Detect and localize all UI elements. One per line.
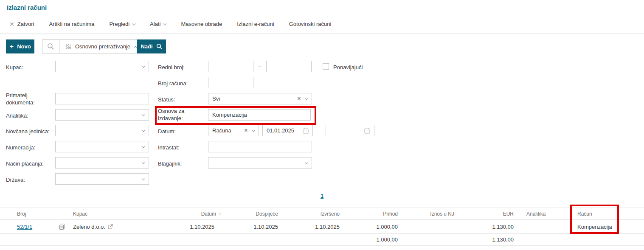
toolbar-item-label: Pregledi bbox=[109, 21, 129, 27]
calendar-icon[interactable] bbox=[364, 128, 370, 134]
blagajnik-select[interactable] bbox=[208, 157, 312, 169]
chevron-down-icon bbox=[142, 177, 145, 180]
cell-datum: 1.10.2025 bbox=[166, 224, 214, 230]
toolbar-item-zatvori[interactable]: ✕ Zatvori bbox=[9, 21, 34, 27]
analitika-label: Analitika: bbox=[6, 112, 28, 119]
redni-broj-label: Redni broj: bbox=[158, 64, 185, 71]
plus-icon: + bbox=[9, 43, 14, 50]
numeracija-select[interactable] bbox=[55, 141, 149, 152]
external-link-icon[interactable] bbox=[108, 224, 113, 229]
page-title: Izlazni računi bbox=[7, 4, 47, 11]
intrastat-label: Intrastat: bbox=[158, 144, 180, 151]
toolbar-item-label: Gotovinski računi bbox=[289, 21, 332, 27]
chevron-down-icon bbox=[305, 160, 308, 164]
calendar-icon[interactable] bbox=[303, 128, 309, 134]
column-header-datum-label: Datum bbox=[201, 211, 216, 217]
table-header-row: Broj Kupac Datum↑ Dospijeće Izvršeno Pri… bbox=[0, 208, 644, 220]
redni-broj-from-input[interactable] bbox=[208, 61, 253, 72]
status-value: Svi bbox=[212, 96, 297, 102]
kupac-select[interactable] bbox=[55, 61, 149, 72]
column-header-eur[interactable]: EUR bbox=[454, 211, 514, 217]
results-table: Broj Kupac Datum↑ Dospijeće Izvršeno Pri… bbox=[0, 208, 644, 246]
find-button[interactable]: Nađi bbox=[137, 39, 166, 53]
primatelj-label: Primatelj dokumenta: bbox=[6, 92, 50, 106]
chevron-down-icon bbox=[142, 144, 145, 148]
chevron-down-icon bbox=[132, 22, 135, 25]
nacin-placanja-label: Način plaćanja: bbox=[6, 160, 44, 167]
datum-from-input[interactable]: 01.01.2025 bbox=[262, 125, 313, 136]
novcana-jedinica-label: Novčana jedinica: bbox=[6, 128, 50, 135]
drzava-select[interactable] bbox=[55, 173, 149, 185]
close-icon: ✕ bbox=[9, 21, 14, 27]
new-button[interactable]: + Novo bbox=[6, 39, 34, 53]
toolbar: ✕ Zatvori Artikli na računima Pregledi A… bbox=[0, 16, 644, 32]
toolbar-item-izlazni-eracuni[interactable]: Izlazni e-računi bbox=[237, 21, 274, 27]
cell-racun: Kompenzacija bbox=[571, 224, 619, 230]
datum-type-value: Računa bbox=[212, 127, 244, 134]
toolbar-item-label: Zatvori bbox=[17, 21, 34, 27]
datum-to-input[interactable] bbox=[326, 125, 374, 136]
search-group: Osnovno pretraživanje bbox=[42, 39, 143, 53]
broj-racuna-label: Broj računa: bbox=[158, 80, 188, 87]
analitika-select[interactable] bbox=[55, 109, 149, 121]
broj-racuna-input[interactable] bbox=[208, 77, 253, 88]
osnova-label: Osnova za izdavanje: bbox=[158, 107, 202, 122]
toolbar-item-alati[interactable]: Alati bbox=[150, 21, 166, 27]
ponavljajuci-checkbox[interactable] bbox=[323, 63, 329, 70]
toolbar-item-gotovinski-racuni[interactable]: Gotovinski računi bbox=[289, 21, 332, 27]
column-header-analitika[interactable]: Analitika bbox=[514, 211, 571, 217]
datum-type-select[interactable]: Računa ✕ bbox=[208, 125, 259, 136]
chevron-down-icon bbox=[142, 64, 145, 67]
column-header-izvrseno[interactable]: Izvršeno bbox=[278, 211, 340, 217]
clear-icon[interactable]: ✕ bbox=[244, 128, 248, 133]
kupac-label: Kupac: bbox=[6, 64, 23, 71]
osnova-input[interactable]: Kompenzacija bbox=[208, 109, 311, 121]
column-header-dospijece[interactable]: Dospijeće bbox=[214, 211, 278, 217]
chevron-down-icon bbox=[142, 160, 145, 164]
toolbar-item-pregledi[interactable]: Pregledi bbox=[109, 21, 135, 27]
chevron-down-icon bbox=[163, 22, 166, 25]
range-separator: – bbox=[258, 63, 261, 70]
find-button-label: Nađi bbox=[141, 43, 152, 50]
ponavljajuci-label: Ponavljajući bbox=[333, 64, 363, 71]
datum-label: Datum: bbox=[158, 128, 176, 135]
toolbar-item-artikli[interactable]: Artikli na računima bbox=[49, 21, 94, 27]
column-header-broj[interactable]: Broj bbox=[0, 211, 59, 217]
cell-izvrseno: 1.10.2025 bbox=[278, 224, 340, 230]
primatelj-input[interactable] bbox=[55, 93, 149, 104]
chevron-down-icon bbox=[252, 128, 255, 132]
drzava-label: Država: bbox=[6, 176, 25, 183]
chevron-down-icon bbox=[305, 96, 308, 100]
total-prihod: 1.000,00 bbox=[340, 236, 398, 243]
status-label: Status: bbox=[158, 96, 175, 103]
novcana-jedinica-select[interactable] bbox=[55, 125, 149, 136]
copy-icon[interactable] bbox=[59, 224, 65, 230]
toolbar-item-label: Izlazni e-računi bbox=[237, 21, 274, 27]
datum-from-value: 01.01.2025 bbox=[267, 127, 303, 134]
toolbar-item-label: Masovne obrade bbox=[181, 21, 222, 27]
new-button-label: Novo bbox=[17, 43, 31, 50]
column-header-racun[interactable]: Račun bbox=[571, 211, 619, 217]
column-header-prihod[interactable]: Prihod bbox=[340, 211, 398, 217]
toolbar-item-label: Alati bbox=[150, 21, 160, 27]
table-row: 52/1/1 Zeleno d.o.o. 1.10.2025 1.10.2025… bbox=[0, 220, 644, 234]
numeracija-label: Numeracija: bbox=[6, 144, 35, 151]
search-mode-toggle[interactable]: Osnovno pretraživanje bbox=[59, 40, 143, 53]
column-header-iznos-u-nj[interactable]: Iznos u NJ bbox=[398, 211, 454, 217]
cell-eur: 1.130,00 bbox=[454, 224, 514, 230]
search-icon-button[interactable] bbox=[42, 40, 59, 53]
redni-broj-to-input[interactable] bbox=[266, 61, 312, 72]
page-link-1[interactable]: 1 bbox=[321, 193, 323, 199]
intrastat-input[interactable] bbox=[208, 141, 312, 152]
clear-icon[interactable]: ✕ bbox=[297, 96, 301, 101]
customer-name: Zeleno d.o.o. bbox=[73, 224, 105, 230]
toolbar-item-label: Artikli na računima bbox=[49, 21, 94, 27]
column-header-datum[interactable]: Datum↑ bbox=[166, 211, 214, 217]
invoice-number-link[interactable]: 52/1/1 bbox=[17, 224, 32, 230]
search-icon bbox=[47, 43, 54, 50]
cell-prihod: 1.000,00 bbox=[340, 224, 398, 230]
toolbar-item-masovne-obrade[interactable]: Masovne obrade bbox=[181, 21, 222, 27]
status-select[interactable]: Svi ✕ bbox=[208, 93, 312, 104]
nacin-placanja-select[interactable] bbox=[55, 157, 149, 169]
column-header-kupac[interactable]: Kupac bbox=[73, 211, 166, 217]
